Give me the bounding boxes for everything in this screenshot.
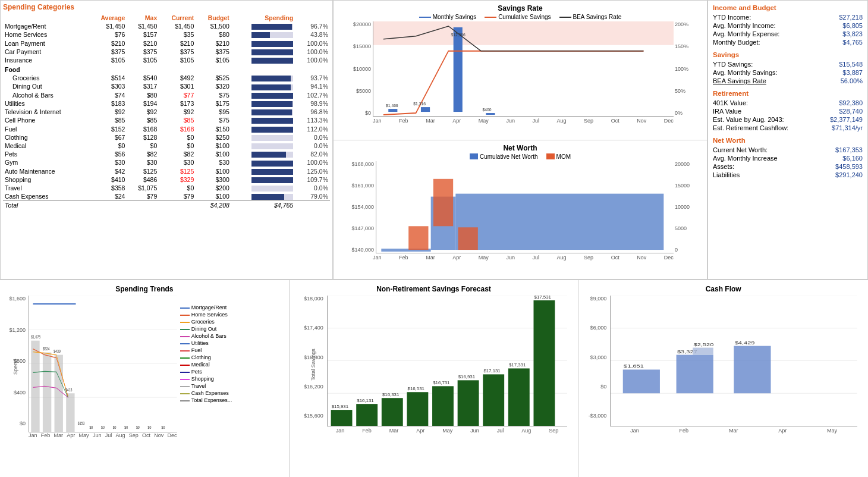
row-bar xyxy=(231,124,295,133)
legend-item: Shopping xyxy=(180,376,284,382)
legend-item: Pets xyxy=(180,369,284,375)
info-row: 401K Value:$92,380 xyxy=(713,99,863,107)
info-row: Liabilities$291,240 xyxy=(713,171,863,179)
svg-rect-54 xyxy=(483,374,504,426)
total-row: Total $4,208 $4,765 xyxy=(3,201,330,210)
info-row: YTD Income:$27,218 xyxy=(713,13,863,21)
cashflow-svg: $1,651 $3,327 $2,520 $4,429 xyxy=(611,296,857,426)
row-avg: $92 xyxy=(87,108,127,116)
legend-mom-box xyxy=(546,153,555,159)
info-label: Liabilities xyxy=(713,171,740,178)
row-label: Shopping xyxy=(3,175,87,184)
row-current: $329 xyxy=(159,175,196,184)
row-bar xyxy=(231,167,295,175)
row-pct: 96.7% xyxy=(295,22,330,30)
row-pct: 96.8% xyxy=(295,108,330,116)
retirement-section: Retirement 401K Value:$92,380IRA Value$2… xyxy=(713,90,863,132)
row-label: Home Services xyxy=(3,30,87,39)
col-avg: Average xyxy=(87,14,127,22)
spending-panel: Spending Categories Average Max Current … xyxy=(0,0,333,280)
info-value: $27,218 xyxy=(839,14,863,21)
svg-text:$0: $0 xyxy=(101,425,105,429)
svg-rect-23 xyxy=(43,353,51,432)
networth-x-labels: JanFebMarAprMayJunJulAugSepOctNovDec xyxy=(373,255,674,261)
spending-table: Average Max Current Budget Spending Mort… xyxy=(3,14,330,209)
row-avg: $0 xyxy=(87,142,127,150)
legend-monthly-savings-line xyxy=(419,17,431,18)
svg-text:$17,531: $17,531 xyxy=(534,296,551,300)
row-avg: $514 xyxy=(87,74,127,82)
row-pct: 109.7% xyxy=(295,175,330,184)
row-label: Clothing xyxy=(3,133,87,142)
table-row: Gym $30 $30 $30 $30 100.0% xyxy=(3,158,330,167)
row-budget: $80 xyxy=(196,30,231,39)
info-label: YTD Income: xyxy=(713,14,751,21)
row-current: $375 xyxy=(159,48,196,56)
svg-text:$439: $439 xyxy=(54,348,61,353)
row-label: Utilities xyxy=(3,99,87,108)
row-max: $210 xyxy=(127,39,159,47)
row-pct: 98.9% xyxy=(295,99,330,108)
table-row: Dining Out $303 $317 $301 $320 94.1% xyxy=(3,82,330,90)
legend-cumulative-savings-label: Cumulative Savings xyxy=(498,14,551,20)
row-budget: $100 xyxy=(196,142,231,150)
table-row: Clothing $67 $128 $0 $250 0.0% xyxy=(3,133,330,142)
table-row: Utilities $183 $194 $173 $175 98.9% xyxy=(3,99,330,108)
row-budget: $95 xyxy=(196,108,231,116)
row-bar xyxy=(231,142,295,150)
row-budget: $100 xyxy=(196,150,231,158)
row-avg: $152 xyxy=(87,124,127,133)
info-row: Current Net Worth:$167,353 xyxy=(713,146,863,154)
row-bar xyxy=(231,91,295,99)
info-row: Avg. Monthly Savings:$3,887 xyxy=(713,68,863,77)
legend-item: Mortgage/Rent xyxy=(180,305,284,310)
networth-section-title: Net Worth xyxy=(713,137,863,144)
legend-item: Total Expenses... xyxy=(180,397,284,403)
row-budget: $300 xyxy=(196,175,231,184)
savings-section: Savings YTD Savings:$15,548Avg. Monthly … xyxy=(713,51,863,85)
row-pct: 0.0% xyxy=(295,184,330,192)
networth-chart-area: $168,000$161,000$154,000$147,000$140,000… xyxy=(376,161,674,253)
svg-rect-15 xyxy=(433,178,453,225)
info-label: Avg. Monthly Expense: xyxy=(713,30,779,37)
row-current: $82 xyxy=(159,150,196,158)
row-max: $168 xyxy=(127,124,159,133)
row-budget: $75 xyxy=(196,91,231,99)
retirement-section-title: Retirement xyxy=(713,90,863,97)
row-label: Travel xyxy=(3,184,87,192)
legend-item: Cash Expenses xyxy=(180,390,284,396)
row-current: $1,450 xyxy=(159,22,196,30)
row-max: $0 xyxy=(127,142,159,150)
row-pct: 94.1% xyxy=(295,82,330,90)
svg-rect-4 xyxy=(486,113,495,115)
info-value: $3,887 xyxy=(842,69,863,76)
svg-rect-50 xyxy=(432,386,454,426)
row-pct: 100.0% xyxy=(295,48,330,56)
row-avg: $24 xyxy=(87,192,127,201)
networth-svg xyxy=(376,161,674,253)
row-current: $92 xyxy=(159,108,196,116)
row-max: $486 xyxy=(127,175,159,184)
row-label: Cash Expenses xyxy=(3,192,87,201)
svg-text:$16,531: $16,531 xyxy=(407,387,424,391)
svg-rect-46 xyxy=(381,398,402,426)
svg-rect-1 xyxy=(388,109,397,112)
info-row: BEA Savings Rate56.00% xyxy=(713,77,863,85)
row-bar xyxy=(231,30,295,39)
info-row: Monthly Budget:$4,765 xyxy=(713,38,863,46)
info-value: $28,740 xyxy=(839,108,863,115)
trends-svg: $1,075 $524 $439 $413 $153 $0 $0 $0 $0 $… xyxy=(29,296,177,432)
row-max: $79 xyxy=(127,192,159,201)
trends-title: Spending Trends xyxy=(5,285,284,293)
col-max: Max xyxy=(127,14,159,22)
info-value: $167,353 xyxy=(835,146,863,153)
spending-trends-panel: Spending Trends $1,600$1,200$800$400$0 S… xyxy=(0,280,290,477)
networth-y-left: $168,000$161,000$154,000$147,000$140,000 xyxy=(348,161,374,253)
row-avg: $1,450 xyxy=(87,22,127,30)
legend-item: Dining Out xyxy=(180,326,284,332)
row-label: Mortgage/Rent xyxy=(3,22,87,30)
info-value: $6,805 xyxy=(842,22,863,29)
legend-cumulative-savings: Cumulative Savings xyxy=(485,14,551,20)
row-budget: $250 xyxy=(196,133,231,142)
col-current: Current xyxy=(159,14,196,22)
